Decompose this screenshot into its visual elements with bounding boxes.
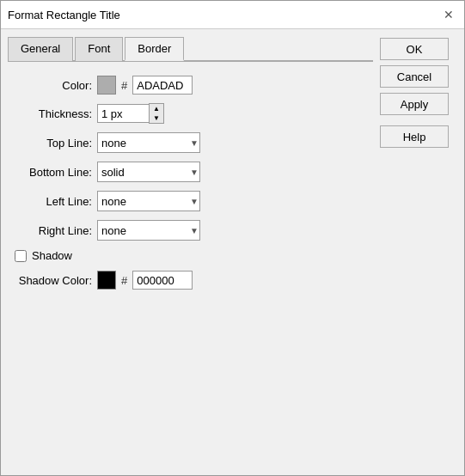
top-line-label: Top Line: [15,137,92,150]
apply-button[interactable]: Apply [380,93,449,115]
dialog-title: Format Rectangle Title [8,9,120,21]
shadow-color-input[interactable] [132,271,193,290]
color-label: Color: [15,79,92,92]
top-line-row: Top Line: none solid dashed dotted ▼ [15,132,366,153]
shadow-checkbox[interactable] [15,250,27,262]
bottom-line-label: Bottom Line: [15,166,92,179]
color-row: Color: # [15,76,366,95]
bottom-line-select-wrapper: none solid dashed dotted ▼ [97,162,200,182]
left-line-select[interactable]: none solid dashed dotted [97,191,200,211]
bottom-line-row: Bottom Line: none solid dashed dotted ▼ [15,162,366,182]
tab-font[interactable]: Font [75,37,123,61]
color-hash: # [121,79,127,92]
left-panel: General Font Border Color: # Thickness: [8,36,373,468]
thickness-label: Thickness: [15,107,92,120]
dialog-body: General Font Border Color: # Thickness: [1,29,464,475]
thickness-input[interactable] [97,104,149,123]
shadow-color-row: Shadow Color: # [15,271,366,290]
top-line-select-wrapper: none solid dashed dotted ▼ [97,132,200,153]
cancel-button[interactable]: Cancel [380,65,449,88]
ok-button[interactable]: OK [380,38,449,60]
tab-border[interactable]: Border [125,37,184,61]
help-button[interactable]: Help [380,125,449,148]
color-input[interactable] [132,76,193,95]
spinner-down[interactable]: ▼ [150,113,163,123]
right-panel: OK Cancel Apply Help [380,36,457,468]
bottom-line-select[interactable]: none solid dashed dotted [97,162,200,182]
shadow-label[interactable]: Shadow [32,249,72,262]
thickness-row: Thickness: ▲ ▼ [15,103,366,124]
spinner-buttons: ▲ ▼ [149,103,164,124]
shadow-color-label: Shadow Color: [15,274,92,287]
dialog: Format Rectangle Title ✕ General Font Bo… [0,0,465,476]
close-button[interactable]: ✕ [440,6,457,23]
border-form: Color: # Thickness: ▲ ▼ [8,72,373,293]
left-line-label: Left Line: [15,195,92,208]
tabs: General Font Border [8,36,373,62]
title-bar: Format Rectangle Title ✕ [1,1,464,29]
color-swatch[interactable] [97,76,116,95]
shadow-row: Shadow [15,249,366,262]
right-line-row: Right Line: none solid dashed dotted ▼ [15,220,366,241]
left-line-row: Left Line: none solid dashed dotted ▼ [15,191,366,211]
shadow-color-swatch[interactable] [97,271,116,290]
tab-general[interactable]: General [8,37,73,61]
top-line-select[interactable]: none solid dashed dotted [97,132,200,153]
right-line-select[interactable]: none solid dashed dotted [97,220,200,241]
right-line-label: Right Line: [15,224,92,237]
thickness-spinner: ▲ ▼ [97,103,164,124]
shadow-hash: # [121,274,127,287]
right-line-select-wrapper: none solid dashed dotted ▼ [97,220,200,241]
left-line-select-wrapper: none solid dashed dotted ▼ [97,191,200,211]
spinner-up[interactable]: ▲ [150,104,163,113]
